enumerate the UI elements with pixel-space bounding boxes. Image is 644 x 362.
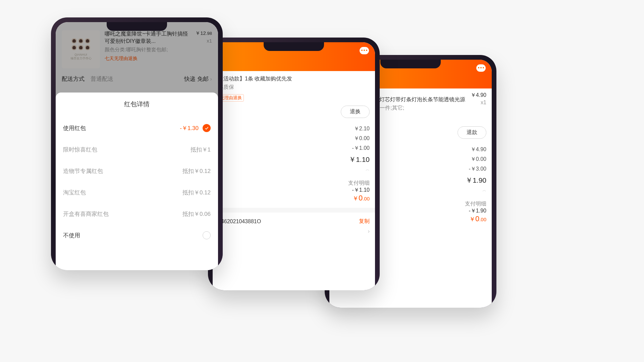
chat-icon[interactable] (360, 47, 369, 54)
price-line: ￥2.10 (218, 124, 370, 134)
redpacket-option[interactable]: 淘宝红包 抵扣￥0.12 (63, 182, 211, 203)
option-label: 开盒有喜商家红包 (63, 210, 109, 218)
option-label: 淘宝红包 (63, 189, 86, 196)
final-amount: ￥0.00 (218, 194, 370, 202)
redpacket-option[interactable]: 开盒有喜商家红包 抵扣￥0.06 (63, 203, 211, 225)
copy-button[interactable]: 复制 (359, 218, 370, 225)
option-value: -￥1.30 (180, 124, 199, 132)
pay-detail-label: 支付明细 (218, 180, 370, 187)
redpacket-option[interactable]: 限时惊喜红包 抵扣￥1 (63, 139, 211, 160)
product-qty: x1 (471, 100, 486, 106)
redpacket-sheet: 红包详情 使用红包 -￥1.30 限时惊喜红包 抵扣￥1 造物节专属红包 抵扣￥… (56, 93, 218, 270)
chevron-up-icon[interactable]: ︿ (218, 166, 370, 173)
option-label: 造物节专属红包 (63, 167, 103, 175)
price-line: -￥1.00 (218, 143, 370, 153)
order-number: 0462021043881O (218, 219, 261, 225)
price-breakdown: ￥2.10 ￥0.00 -￥1.00 ￥1.10 ︿ (218, 124, 370, 173)
subtotal: ￥1.10 (218, 153, 370, 166)
redpacket-option-use[interactable]: 使用红包 -￥1.30 (63, 117, 211, 139)
return-button[interactable]: 退换 (341, 106, 370, 118)
check-icon (203, 124, 211, 132)
option-label: 不使用 (63, 232, 80, 239)
option-value: 抵扣￥0.12 (182, 167, 211, 175)
product-title: 【活动款】1条 收藏加购优先发 (218, 75, 370, 82)
option-value: 抵扣￥0.12 (182, 189, 211, 196)
price-line: ￥0.00 (218, 134, 370, 143)
redpacket-option[interactable]: 造物节专属红包 抵扣￥0.12 (63, 160, 211, 182)
chevron-right-icon[interactable]: › (218, 228, 370, 234)
option-label: 限时惊喜红包 (63, 146, 97, 154)
product-price: ￥4.90 (471, 92, 486, 99)
option-value: 抵扣￥1 (191, 146, 211, 154)
option-label: 使用红包 (63, 124, 86, 132)
paid-amount: -￥1.10 (218, 187, 370, 194)
chat-icon[interactable] (476, 64, 486, 72)
radio-unchecked-icon (203, 231, 211, 239)
sheet-title: 红包详情 (63, 100, 211, 109)
option-value: 抵扣￥0.06 (182, 210, 211, 218)
product-sub: 年质保 (218, 84, 370, 91)
redpacket-option-none[interactable]: 不使用 (63, 225, 211, 246)
refund-button[interactable]: 退款 (458, 126, 486, 139)
